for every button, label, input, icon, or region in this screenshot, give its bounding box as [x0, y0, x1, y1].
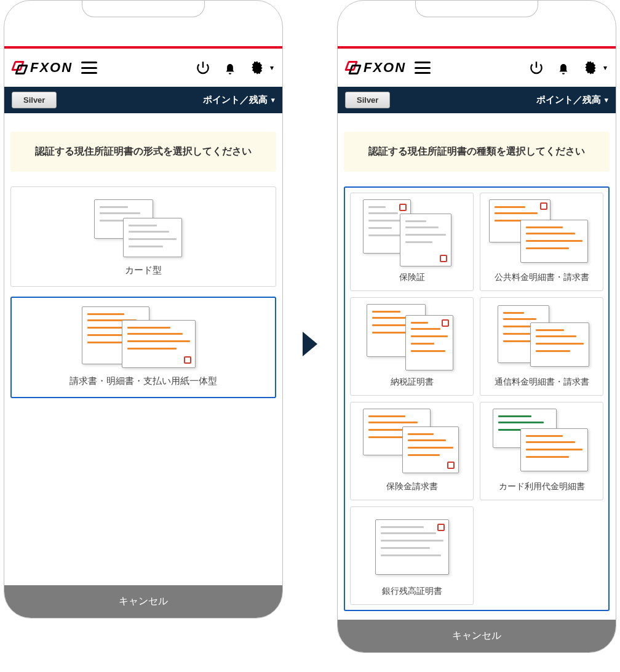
cancel-button[interactable]: キャンセル [338, 620, 616, 652]
chevron-down-icon: ▾ [605, 96, 608, 104]
next-arrow-icon [300, 329, 320, 361]
doc-illustration [484, 409, 599, 476]
power-icon[interactable] [195, 60, 211, 76]
doc-type-label: 公共料金明細書・請求書 [484, 272, 599, 283]
doc-type-grid: 保険証 公共料金明細書・請求書 [344, 186, 610, 611]
phone-left: FXON ▾ Silver ポイント／残高 ▾ 認証する現住所証明書の形式を選択… [4, 0, 283, 618]
balance-toggle-label: ポイント／残高 [203, 94, 268, 106]
menu-icon[interactable] [415, 62, 431, 74]
chevron-down-icon[interactable]: ▾ [603, 63, 607, 72]
doc-type-tile[interactable]: 納税証明書 [350, 297, 474, 396]
subbar: Silver ポイント／残高 ▾ [338, 87, 616, 113]
doc-illustration [354, 304, 469, 372]
brand-text: FXON [30, 60, 73, 76]
doc-type-label: 保険金請求書 [354, 481, 469, 492]
topbar: FXON ▾ [4, 49, 282, 87]
topbar: FXON ▾ [338, 49, 616, 87]
doc-type-tile[interactable]: 通信料金明細書・請求書 [480, 297, 603, 396]
notch [4, 0, 282, 17]
balance-toggle[interactable]: ポイント／残高 ▾ [203, 94, 275, 106]
balance-toggle-label: ポイント／残高 [536, 94, 601, 106]
doc-type-label: 銀行残高証明書 [354, 586, 469, 597]
doc-type-tile[interactable]: 保険金請求書 [350, 402, 474, 500]
format-option-label: 請求書・明細書・支払い用紙一体型 [18, 375, 269, 387]
doc-type-label: カード利用代金明細書 [484, 481, 599, 492]
doc-type-tile[interactable]: 公共料金明細書・請求書 [480, 193, 603, 291]
tier-badge: Silver [345, 92, 390, 108]
tier-badge: Silver [12, 92, 57, 108]
chevron-down-icon[interactable]: ▾ [270, 63, 274, 72]
invoice-illustration [18, 306, 269, 368]
doc-illustration [354, 513, 469, 581]
menu-icon[interactable] [81, 62, 97, 74]
doc-illustration [484, 304, 599, 372]
prompt-banner: 認証する現住所証明書の形式を選択してください [10, 132, 276, 172]
card-illustration [17, 196, 269, 257]
prompt-banner: 認証する現住所証明書の種類を選択してください [344, 132, 610, 172]
bell-icon[interactable] [222, 60, 238, 76]
gear-icon[interactable] [249, 60, 265, 76]
doc-illustration [484, 199, 599, 267]
doc-type-label: 通信料金明細書・請求書 [484, 377, 599, 388]
format-option-card[interactable]: カード型 [10, 186, 276, 287]
brand-logo: FXON [346, 60, 406, 76]
chevron-down-icon: ▾ [271, 96, 275, 104]
cancel-button[interactable]: キャンセル [4, 585, 282, 618]
brand-mark-icon [13, 61, 26, 74]
gear-icon[interactable] [582, 60, 598, 76]
phone-right: FXON ▾ Silver ポイント／残高 ▾ 認証する現住所証明書の種類を選択… [337, 0, 616, 653]
brand-logo: FXON [13, 60, 73, 76]
doc-type-tile[interactable]: カード利用代金明細書 [480, 402, 603, 500]
doc-type-tile[interactable]: 銀行残高証明書 [350, 506, 474, 605]
doc-illustration [354, 199, 469, 267]
doc-type-tile[interactable]: 保険証 [350, 193, 474, 291]
brand-mark-icon [346, 61, 360, 74]
balance-toggle[interactable]: ポイント／残高 ▾ [536, 94, 608, 106]
notch [338, 0, 616, 17]
format-option-label: カード型 [17, 265, 269, 276]
subbar: Silver ポイント／残高 ▾ [4, 87, 282, 113]
doc-type-label: 保険証 [354, 272, 469, 283]
power-icon[interactable] [528, 60, 544, 76]
bell-icon[interactable] [555, 60, 571, 76]
doc-type-label: 納税証明書 [354, 377, 469, 388]
doc-illustration [354, 409, 469, 476]
brand-text: FXON [364, 60, 406, 76]
format-option-invoice[interactable]: 請求書・明細書・支払い用紙一体型 [10, 297, 276, 398]
